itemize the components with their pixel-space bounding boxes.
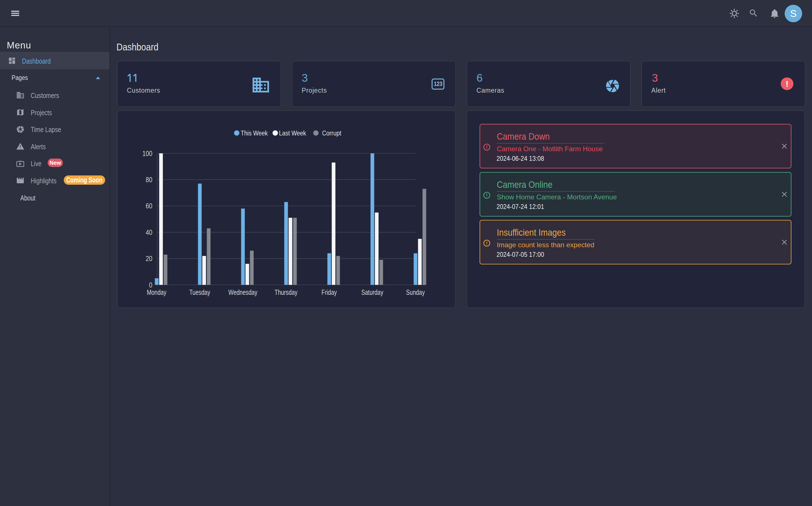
svg-text:40: 40 [146, 228, 152, 236]
svg-text:Saturday: Saturday [361, 288, 384, 297]
svg-text:Thursday: Thursday [275, 288, 298, 297]
svg-text:Sunday: Sunday [406, 288, 425, 297]
svg-text:0: 0 [149, 281, 152, 289]
svg-text:Monday: Monday [147, 288, 166, 297]
svg-text:Last Week: Last Week [279, 129, 307, 137]
svg-text:Tuesday: Tuesday [189, 288, 210, 297]
svg-text:80: 80 [146, 176, 152, 184]
svg-text:Corrupt: Corrupt [322, 129, 342, 137]
svg-text:Friday: Friday [322, 288, 337, 297]
svg-text:100: 100 [142, 150, 152, 157]
svg-text:60: 60 [146, 202, 152, 210]
svg-text:20: 20 [146, 255, 152, 262]
svg-text:Wednesday: Wednesday [228, 288, 257, 297]
svg-text:This Week: This Week [241, 129, 268, 137]
